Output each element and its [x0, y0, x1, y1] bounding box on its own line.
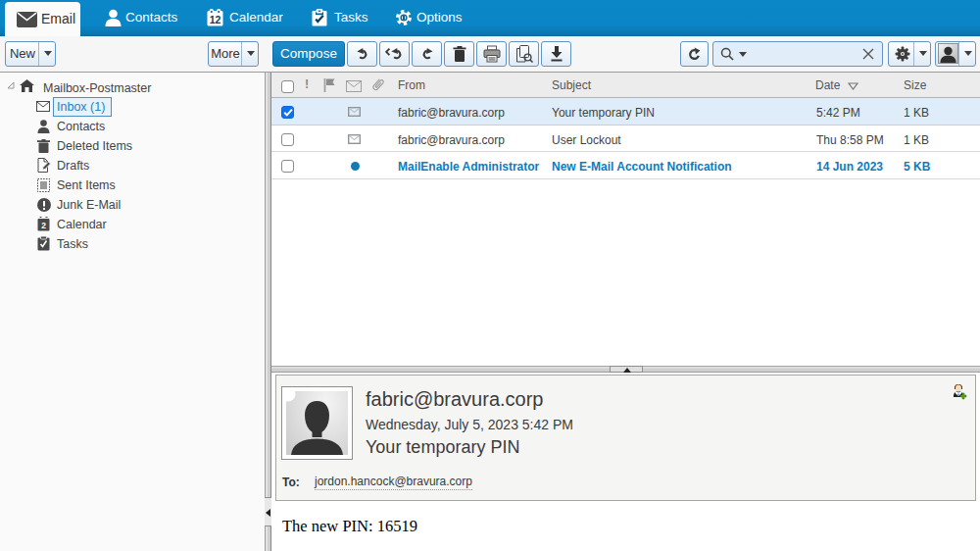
svg-text:12: 12	[210, 14, 221, 25]
svg-text:2: 2	[41, 221, 46, 230]
